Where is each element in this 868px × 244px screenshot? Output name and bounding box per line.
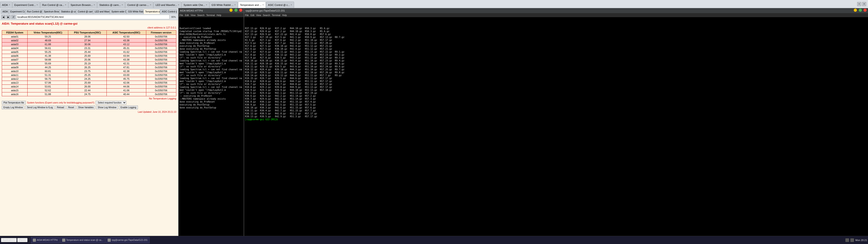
- browser-tab[interactable]: System wide Che...×: [182, 2, 209, 8]
- close-button[interactable]: [239, 8, 242, 12]
- tab-close-button[interactable]: ×: [9, 4, 10, 6]
- midas-menu-item[interactable]: Terminal: [206, 14, 215, 17]
- terminal-line: Completed custom startup from /MIDAS/Tcl…: [180, 30, 243, 36]
- ssh-menu-item[interactable]: File: [245, 14, 249, 17]
- aida-tab[interactable]: Control @ carme-...×: [76, 9, 93, 14]
- aida-tab[interactable]: ASIC Control @ c...×: [160, 9, 177, 14]
- log-button[interactable]: Show Log Window: [96, 105, 118, 109]
- midas-menu-item[interactable]: Search: [197, 14, 205, 17]
- ssh-terminal-line: R18.11.gz R28.11.gz R39.5.gz R43.6.gz R5…: [245, 65, 867, 68]
- tab-close-button[interactable]: ×: [65, 4, 66, 6]
- midas-menu-item[interactable]: Edit: [185, 14, 189, 17]
- aida-tab[interactable]: AIDA×: [1, 9, 8, 14]
- log-button[interactable]: Show Variables: [76, 105, 95, 109]
- forward-button[interactable]: ▶: [6, 15, 10, 19]
- taskbar-item-icon: [33, 239, 36, 242]
- log-button[interactable]: Reset: [66, 105, 75, 109]
- aida-tab[interactable]: Experiment Contr...×: [9, 9, 25, 14]
- ssh-minimize-button[interactable]: [854, 8, 857, 12]
- log-button[interactable]: Enable Logging: [119, 105, 138, 109]
- tab-close-button[interactable]: ×: [206, 4, 207, 6]
- ssh-menu-item[interactable]: Edit: [250, 14, 254, 17]
- ssh-terminal-line: R17.5.gz R27.4.gz R37.7.gz R42.3.gz R51.…: [245, 41, 867, 44]
- tab-close-button[interactable]: ×: [178, 4, 179, 6]
- terminal-line: lf": no such file or directory": [180, 74, 243, 77]
- table-cell: aida07: [2, 58, 28, 62]
- reload-nav-button[interactable]: ↺: [11, 15, 16, 19]
- tab-close-button[interactable]: ×: [122, 4, 123, 6]
- close-tab-button[interactable]: ×: [862, 2, 866, 6]
- aida-tab[interactable]: System wide Che...×: [110, 9, 126, 14]
- ssh-close-button[interactable]: [864, 8, 867, 12]
- tab-close-button[interactable]: ×: [37, 4, 38, 6]
- tab-close-button[interactable]: ×: [94, 4, 95, 6]
- midas-menu-item[interactable]: Help: [217, 14, 221, 17]
- taskbar-item[interactable]: AIDA MIDAS HTTPd: [31, 237, 60, 243]
- url-input[interactable]: [16, 15, 169, 19]
- tab-close-button[interactable]: ×: [291, 4, 292, 6]
- log-button[interactable]: Reload: [55, 105, 66, 109]
- tab-close-button[interactable]: ×: [235, 4, 236, 6]
- table-cell: 30.06: [68, 42, 107, 46]
- browser-tab[interactable]: Temperature and ...×: [238, 2, 266, 8]
- browser-tab[interactable]: LED and Wavefor...×: [153, 2, 181, 8]
- ssh-menu-item[interactable]: Search: [263, 14, 270, 17]
- browser-tab-bar: AIDA×Experiment Contr...×Run Control @ c…: [0, 0, 868, 8]
- terminal-line: lf": no such file or directory": [180, 56, 243, 59]
- ssh-menu-bar: FileEditViewSearchTerminalHelp: [244, 13, 868, 17]
- log-button[interactable]: Send Log Window to fLog: [25, 105, 55, 109]
- browser-tab[interactable]: GSI White Rabbit ...×: [210, 2, 238, 8]
- ssh-menu-item[interactable]: Terminal: [272, 14, 281, 17]
- midas-title-bar: AIDA MIDAS HTTPd: [179, 8, 244, 13]
- browser-tab[interactable]: Spectrum Browsin...×: [68, 2, 97, 8]
- plot-temperature-button[interactable]: Plot Temperature file: [2, 101, 26, 104]
- table-cell: 25.06: [68, 58, 107, 62]
- back-button[interactable]: ◀: [1, 15, 5, 19]
- table-cell: 0x3350706: [146, 46, 176, 50]
- midas-menu-item[interactable]: File: [180, 14, 183, 17]
- tab-close-button[interactable]: ×: [150, 4, 151, 6]
- aida-tab[interactable]: Statistics @ carm...×: [59, 9, 76, 14]
- aida-tab[interactable]: LED and Wavefor...×: [93, 9, 110, 14]
- aida-tab[interactable]: GSI White Rabbit ...×: [127, 9, 143, 14]
- clock: Mon 20:21: [855, 239, 867, 242]
- table-cell: 48.69: [28, 39, 68, 42]
- maximize-button[interactable]: [235, 8, 238, 12]
- ssh-terminal-line: R17.6.gz R27.5.gz R38.10.gz R42.4.gz R51…: [245, 48, 867, 50]
- table-cell: aida15: [2, 89, 28, 92]
- volume-tray-icon: [850, 238, 854, 242]
- browser-tab[interactable]: Run Control @ ca...×: [40, 2, 68, 8]
- new-tab-button[interactable]: +: [857, 2, 861, 6]
- taskbar-item-label: AIDA MIDAS HTTPd: [37, 239, 58, 241]
- table-row: aida1552.6222.4441.060x3350706: [2, 89, 176, 92]
- table-cell: 24.75: [68, 92, 107, 96]
- ssh-maximize-button[interactable]: [859, 8, 862, 12]
- taskbar-item[interactable]: rpg@carme-gsi:/TapeData/G22-201: [105, 237, 150, 243]
- midas-menu-item[interactable]: View: [191, 14, 195, 17]
- terminal-line: ::MASTERS namespace already exists: [180, 39, 243, 41]
- applications-menu-button[interactable]: Applications: [1, 238, 17, 242]
- table-row: aida1357.0625.6942.060x3350706: [2, 81, 176, 85]
- aida-tab[interactable]: Run Control @ ca...×: [25, 9, 42, 14]
- ssh-terminal-line: R17.7.gz R27.6.gz R38.11.gz R43.1.gz R51…: [245, 50, 867, 53]
- browser-tab[interactable]: Statistics @ carm...×: [97, 2, 125, 8]
- browser-tab[interactable]: Experiment Contr...×: [12, 2, 40, 8]
- table-cell: 44.25: [28, 65, 68, 69]
- ssh-menu-item[interactable]: Help: [282, 14, 287, 17]
- aida-tab[interactable]: Temperature and ...×: [144, 9, 160, 14]
- taskbar-item[interactable]: Temperature and status scan @ ca...: [60, 237, 105, 243]
- browser-tab[interactable]: Control @ carme-...×: [125, 2, 153, 8]
- table-cell: 43.94: [107, 54, 146, 58]
- places-menu-button[interactable]: Places: [17, 238, 28, 242]
- aida-tab[interactable]: Spectrum Browsin...×: [42, 9, 59, 14]
- ssh-terminal-line: R18.7.gz R28.9.gz R39.7.gz R44.8.gz R51.…: [245, 83, 867, 86]
- browser-tab[interactable]: ASIC Control @ c...×: [266, 2, 294, 8]
- select-function-dropdown[interactable]: Select required function: [96, 101, 126, 104]
- table-header-cell: ASIC Temperature(55C): [107, 30, 146, 35]
- browser-tab[interactable]: AIDA×: [0, 2, 12, 8]
- tab-close-button[interactable]: ×: [262, 4, 264, 6]
- midas-terminal-panel: AIDA MIDAS HTTPd FileEditViewSearchTermi…: [179, 8, 244, 236]
- log-button[interactable]: Empty Log Window: [2, 105, 24, 109]
- minimize-button[interactable]: [229, 8, 232, 12]
- ssh-menu-item[interactable]: View: [256, 14, 261, 17]
